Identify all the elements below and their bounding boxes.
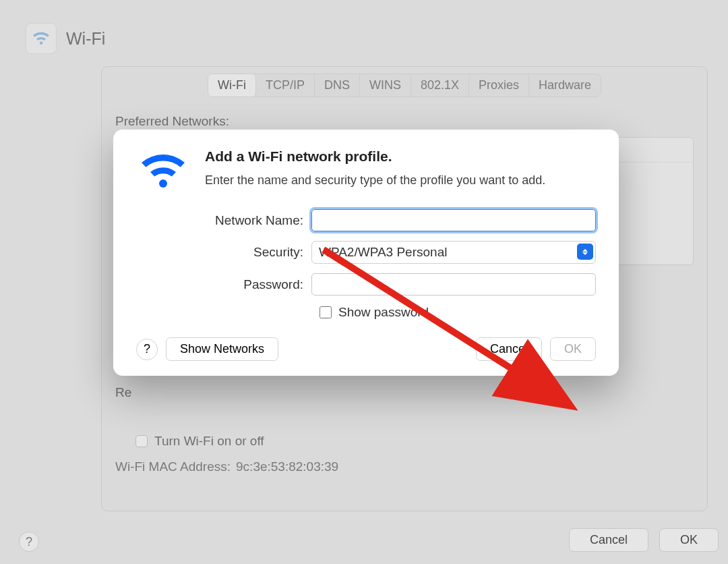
show-networks-button[interactable]: Show Networks — [166, 337, 278, 361]
network-name-input[interactable] — [311, 209, 596, 231]
password-input[interactable] — [311, 273, 596, 295]
dialog-title: Add a Wi-Fi network profile. — [205, 148, 545, 165]
dialog-ok-button[interactable]: OK — [550, 337, 596, 361]
wifi-icon — [136, 148, 190, 194]
show-password-checkbox[interactable] — [320, 306, 332, 318]
dialog-cancel-button[interactable]: Cancel — [476, 337, 542, 361]
network-name-label: Network Name: — [136, 213, 311, 228]
dialog-subtitle: Enter the name and security type of the … — [205, 171, 545, 189]
password-label: Password: — [136, 277, 311, 292]
security-value: WPA2/WPA3 Personal — [319, 245, 447, 260]
dialog-help-button[interactable]: ? — [136, 339, 158, 360]
security-select[interactable]: WPA2/WPA3 Personal — [311, 241, 596, 264]
chevron-updown-icon — [577, 244, 593, 260]
add-wifi-profile-dialog: Add a Wi-Fi network profile. Enter the n… — [113, 130, 619, 376]
security-label: Security: — [136, 245, 311, 260]
show-password-label: Show password — [338, 305, 429, 320]
